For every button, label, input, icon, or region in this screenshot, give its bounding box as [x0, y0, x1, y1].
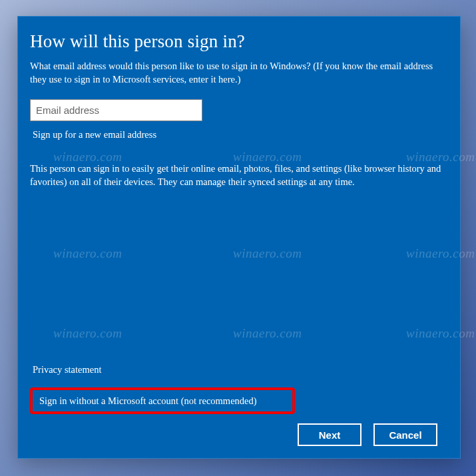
signup-new-email-link[interactable]: Sign up for a new email address [33, 129, 444, 140]
dialog-subtitle: What email address would this person lik… [30, 60, 444, 86]
sign-in-without-ms-account-link[interactable]: Sign in without a Microsoft account (not… [39, 395, 257, 406]
dialog-description: This person can sign in to easily get th… [30, 162, 444, 189]
dialog-button-row: Next Cancel [30, 423, 444, 446]
next-button[interactable]: Next [298, 423, 361, 446]
cancel-button[interactable]: Cancel [373, 423, 437, 446]
sign-in-dialog: How will this person sign in? What email… [17, 16, 461, 459]
email-input[interactable] [30, 99, 202, 121]
highlighted-option: Sign in without a Microsoft account (not… [30, 387, 295, 414]
privacy-statement-link[interactable]: Privacy statement [33, 364, 444, 375]
dialog-title: How will this person sign in? [30, 31, 444, 52]
